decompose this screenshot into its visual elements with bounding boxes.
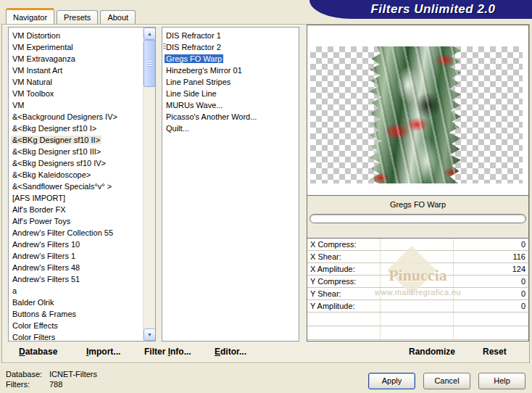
filter-item[interactable]: Line Panel Stripes [165,76,299,88]
parameter-slider-row[interactable]: X Shear: 116 [307,251,528,263]
category-item[interactable]: Color Effects [11,320,155,331]
category-item[interactable]: [AFS IMPORT] [11,192,155,204]
filter-item[interactable]: DIS Refractor 2 [165,41,299,53]
parameter-slider-row[interactable]: Y Shear: 0 [307,288,528,300]
category-item[interactable]: Andrew's Filter Collection 55 [11,227,155,239]
scroll-down-button[interactable]: ▼ [144,328,156,341]
parameter-label: Y Amplitude: [310,302,355,310]
category-item[interactable]: Andrew's Filters 10 [11,239,155,250]
parameter-value: 116 [512,252,525,261]
database-label: Database: [6,369,49,379]
parameter-label: X Amplitude: [310,265,355,273]
category-item[interactable]: Andrew's Filters 1 [11,250,155,262]
category-item[interactable]: Color Filters [11,331,155,342]
category-listbox: VM Distortion VM Experimental VM Extrava… [8,27,156,342]
tab-about[interactable]: About [100,10,136,24]
parameter-label: X Compress: [310,240,357,249]
category-item[interactable]: &<Bkg Designer sf10 I> [11,123,155,134]
tab-bar: Navigator Presets About [6,8,136,24]
parameter-slider-row[interactable]: Y Compress: 0 [307,276,528,288]
parameter-list: X Compress: 0 X Shear: 116 X Amplitude: … [307,239,528,313]
category-item[interactable]: &<Bkg Designers sf10 IV> [11,157,155,169]
category-item[interactable]: &<Sandflower Specials°v° > [11,181,155,192]
filters-value: 788 [49,379,97,389]
preview-area [307,25,528,195]
row-marker-icon [163,44,166,50]
filter-item[interactable]: MURUs Wave... [165,99,299,111]
parameter-slider-row[interactable]: Y Amplitude: 0 [307,300,528,313]
category-item[interactable]: Alf's Power Toys [11,215,155,227]
category-item[interactable]: VM Toolbox [11,88,155,99]
transparency-checker [310,46,523,183]
category-item[interactable]: VM Distortion [11,30,155,41]
dialog-title: Filters Unlimited 2.0 [370,2,495,17]
category-item[interactable]: &<Background Designers IV> [11,111,155,123]
filter-item[interactable]: DIS Refractor 1 [165,30,299,41]
tab-presets[interactable]: Presets [57,10,98,24]
filter-preview-image [370,46,461,183]
category-item[interactable]: VM Instant Art [11,65,155,76]
cancel-button[interactable]: Cancel [423,373,470,389]
bottom-toolbar: Database Import... Filter Info... Editor… [2,342,529,363]
parameter-slider-row[interactable]: X Compress: 0 [307,239,528,251]
filters-unlimited-dialog: Filters Unlimited 2.0 Navigator Presets … [0,0,532,393]
category-item[interactable]: Alf's Border FX [11,204,155,215]
category-item[interactable]: Andrew's Filters 48 [11,262,155,273]
help-button[interactable]: Help [478,373,525,389]
parameter-value: 0 [521,277,525,286]
filter-item[interactable]: Hinzeberg's Mirror 01 [165,65,299,76]
scroll-up-icon: ▲ [147,31,152,36]
category-item[interactable]: Balder Olrik [11,297,155,308]
category-item[interactable]: VM Experimental [11,41,155,53]
parameter-value: 0 [521,302,525,310]
parameter-label: X Shear: [310,252,341,261]
category-item[interactable]: VM Natural [11,76,155,88]
parameters-box: X Compress: 0 X Shear: 116 X Amplitude: … [307,238,528,341]
scroll-up-button[interactable]: ▲ [144,28,156,40]
category-item[interactable]: &<Bkg Kaleidoscope> [11,169,155,181]
database-value: ICNET-Filters [49,369,97,379]
preview-slider[interactable] [309,214,526,223]
database-button[interactable]: Database [19,347,57,357]
filter-info-button[interactable]: Filter Info... [144,347,191,357]
filters-label: Filters: [6,379,49,389]
category-item[interactable]: VM [11,99,155,111]
filter-name-header: Gregs FO Warp [307,195,528,212]
scrollbar-thumb[interactable] [144,40,156,87]
category-item[interactable]: Buttons & Frames [11,308,155,320]
empty-parameter-row [307,326,528,340]
parameter-label: Y Compress: [310,277,356,286]
tab-navigator[interactable]: Navigator [6,8,54,24]
category-item[interactable]: VM Extravaganza [11,53,155,65]
parameter-slider-row[interactable]: X Amplitude: 124 [307,263,528,276]
filter-item[interactable]: Gregs FO Warp [165,53,299,65]
parameter-value: 0 [521,289,525,298]
import-button[interactable]: Import... [86,347,120,357]
status-bar: Database: ICNET-Filters Filters: 788 App… [0,365,532,393]
empty-parameter-row [307,313,528,326]
category-scrollbar[interactable]: ▲ ▼ [143,28,155,341]
category-item[interactable]: &<Bkg Designer sf10 III> [11,146,155,157]
category-item[interactable]: &<BKg Designer sf10 II> [11,134,155,146]
editor-button[interactable]: Editor... [215,347,246,357]
preview-slider-zone [307,212,528,238]
filter-item[interactable]: Quilt... [165,123,299,134]
parameter-label: Y Shear: [310,289,341,298]
filter-settings-panel: Gregs FO Warp X Compress: 0 X Shear: [307,25,529,342]
filter-item[interactable]: Picasso's Another Word... [165,111,299,123]
category-item[interactable]: Andrew's Filters 51 [11,273,155,285]
category-item[interactable]: a [11,285,155,297]
database-status: Database: ICNET-Filters Filters: 788 [6,369,97,389]
parameter-value: 124 [512,265,525,273]
parameter-value: 0 [521,240,525,249]
reset-button[interactable]: Reset [483,347,507,357]
title-banner: Filters Unlimited 2.0 [309,0,532,19]
filter-list: DIS Refractor 1 DIS Refractor 2 Gregs FO… [162,28,299,134]
category-list: VM Distortion VM Experimental VM Extrava… [9,28,155,342]
randomize-button[interactable]: Randomize [409,347,455,357]
filter-item[interactable]: Line Side Line [165,88,299,99]
scroll-down-icon: ▼ [147,332,152,337]
navigator-page: VM Distortion VM Experimental VM Extrava… [1,24,530,363]
apply-button[interactable]: Apply [368,373,415,389]
filter-listbox: DIS Refractor 1 DIS Refractor 2 Gregs FO… [162,27,299,342]
